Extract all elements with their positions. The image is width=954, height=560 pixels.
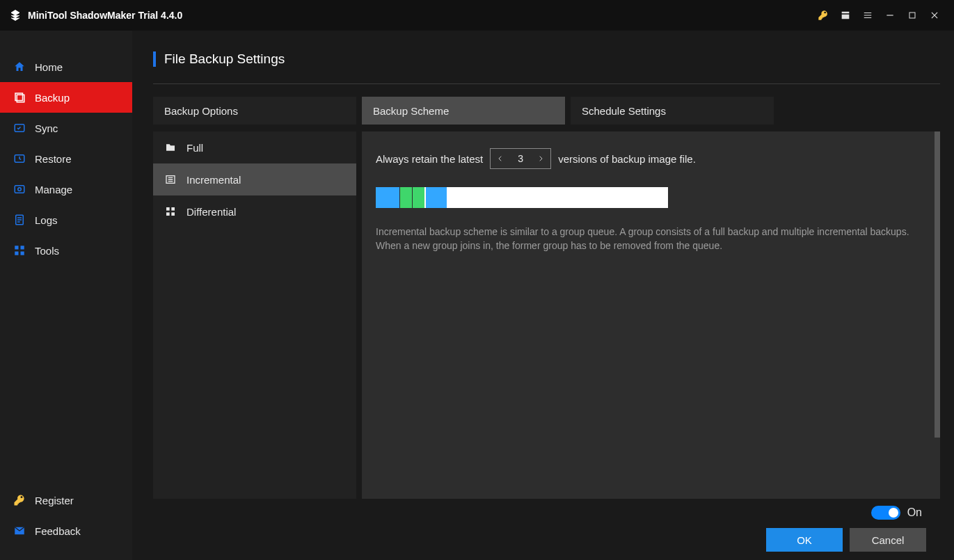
ok-button[interactable]: OK [766, 528, 843, 552]
svg-rect-17 [166, 212, 170, 216]
viz-full-segment [426, 187, 447, 208]
tab-schedule-settings[interactable]: Schedule Settings [571, 97, 774, 125]
close-button[interactable] [923, 4, 946, 26]
logs-icon [13, 213, 26, 227]
sidebar-item-home[interactable]: Home [0, 51, 132, 82]
svg-rect-6 [15, 186, 24, 193]
tab-backup-options[interactable]: Backup Options [153, 97, 356, 125]
divider [153, 83, 940, 84]
folder-icon [164, 141, 177, 154]
sidebar-item-label: Restore [35, 153, 72, 165]
scrollbar[interactable] [935, 131, 940, 438]
svg-rect-11 [15, 252, 18, 255]
backup-icon [13, 90, 26, 104]
content-panel: Always retain the latest 3 versions of b… [362, 131, 940, 499]
stepper-value: 3 [510, 153, 531, 164]
svg-rect-0 [887, 15, 893, 15]
sidebar-item-backup[interactable]: Backup [0, 82, 132, 113]
tab-backup-scheme[interactable]: Backup Scheme [362, 97, 565, 125]
page-title: File Backup Settings [164, 51, 285, 67]
sidebar: Home Backup Sync Restore [0, 31, 132, 560]
backup-visualization [376, 187, 668, 208]
sidebar-register[interactable]: Register [0, 485, 132, 515]
svg-point-7 [18, 188, 22, 191]
cancel-button[interactable]: Cancel [850, 528, 926, 552]
app-title: MiniTool ShadowMaker Trial 4.4.0 [28, 10, 182, 21]
toggle-label: On [907, 506, 922, 519]
scheme-toggle[interactable] [871, 506, 900, 520]
title-accent [153, 51, 156, 67]
sidebar-item-label: Manage [35, 184, 72, 195]
sidebar-item-manage[interactable]: Manage [0, 174, 132, 205]
manage-icon [13, 182, 26, 196]
stepper-decrease[interactable] [491, 149, 510, 168]
titlebar: MiniTool ShadowMaker Trial 4.4.0 [0, 0, 954, 31]
license-key-icon[interactable] [812, 4, 834, 26]
footer: On OK Cancel [153, 499, 940, 552]
main-content: File Backup Settings Backup Options Back… [132, 31, 954, 560]
scheme-item-differential[interactable]: Differential [153, 195, 356, 227]
sidebar-feedback[interactable]: Feedback [0, 515, 132, 546]
scheme-item-label: Differential [186, 206, 236, 218]
sidebar-item-label: Home [35, 61, 63, 73]
retain-suffix: versions of backup image file. [558, 153, 696, 165]
sidebar-item-sync[interactable]: Sync [0, 113, 132, 143]
app-logo-icon [8, 8, 22, 22]
scheme-item-label: Full [186, 142, 203, 154]
sidebar-item-label: Logs [35, 214, 58, 226]
scheme-description: Incremental backup scheme is similar to … [376, 225, 926, 253]
svg-rect-10 [21, 246, 24, 249]
sidebar-item-restore[interactable]: Restore [0, 143, 132, 174]
tabs: Backup Options Backup Scheme Schedule Se… [153, 97, 940, 125]
menu-icon[interactable] [857, 4, 879, 26]
svg-rect-18 [171, 212, 175, 216]
tools-icon [13, 243, 26, 257]
differential-icon [164, 205, 177, 218]
svg-rect-12 [21, 252, 24, 255]
scheme-item-incremental[interactable]: Incremental [153, 163, 356, 195]
viz-incremental-segment [399, 187, 412, 208]
feedback-mail-icon [13, 524, 26, 538]
register-label: Register [35, 495, 74, 506]
svg-rect-15 [166, 207, 170, 211]
maximize-button[interactable] [901, 4, 923, 26]
feedback-label: Feedback [35, 525, 81, 537]
incremental-icon [164, 173, 177, 186]
sidebar-item-label: Backup [35, 92, 70, 104]
sidebar-item-label: Sync [35, 122, 58, 134]
viz-full-segment [376, 187, 399, 208]
restore-icon [13, 152, 26, 166]
media-builder-icon[interactable] [834, 4, 857, 26]
svg-rect-9 [15, 246, 18, 249]
sidebar-item-logs[interactable]: Logs [0, 205, 132, 235]
svg-rect-1 [909, 13, 915, 18]
retain-prefix: Always retain the latest [376, 153, 483, 165]
scheme-list: Full Incremental Differential [153, 131, 356, 499]
scheme-item-full[interactable]: Full [153, 131, 356, 163]
scheme-item-label: Incremental [186, 174, 241, 186]
svg-rect-16 [171, 207, 175, 211]
stepper-increase[interactable] [531, 149, 550, 168]
retain-stepper[interactable]: 3 [490, 148, 551, 169]
sync-icon [13, 121, 26, 135]
sidebar-item-tools[interactable]: Tools [0, 235, 132, 266]
toggle-knob [889, 508, 898, 518]
sidebar-item-label: Tools [35, 245, 59, 257]
register-key-icon [13, 493, 26, 507]
minimize-button[interactable] [879, 4, 901, 26]
viz-incremental-segment [412, 187, 424, 208]
home-icon [13, 60, 26, 74]
